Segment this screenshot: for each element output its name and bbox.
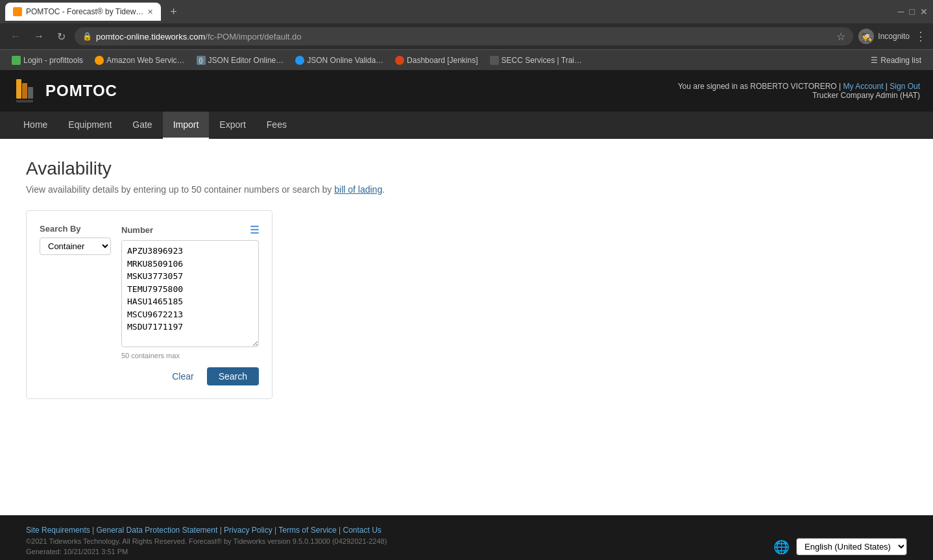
bookmark-secc-label: SECC Services | Trai… xyxy=(502,56,582,65)
contact-link[interactable]: Contact Us xyxy=(343,526,382,535)
page-subtitle: View availability details by entering up… xyxy=(26,184,907,195)
user-info-area: You are signed in as ROBERTO VICTORERO |… xyxy=(678,82,920,100)
footer-copyright: ©2021 Tideworks Technology. All Rights R… xyxy=(26,537,387,545)
bookmark-aws-icon xyxy=(95,56,104,65)
search-card: Search By Container Bill of Lading Numbe… xyxy=(26,210,273,399)
nav-import[interactable]: Import xyxy=(163,112,210,139)
my-account-link[interactable]: My Account xyxy=(843,82,883,91)
tab-favicon xyxy=(13,7,22,16)
footer-right: 🌐 English (United States) xyxy=(773,538,907,555)
nav-gate[interactable]: Gate xyxy=(122,112,162,139)
site-navigation: Home Equipment Gate Import Export Fees xyxy=(0,112,933,139)
tos-link[interactable]: Terms of Service xyxy=(278,526,336,535)
bookmark-jenkins-label: Dashboard [Jenkins] xyxy=(407,56,478,65)
incognito-icon: 🕵 xyxy=(858,29,874,44)
search-button[interactable]: Search xyxy=(207,367,259,385)
svg-rect-1 xyxy=(22,83,27,99)
browser-bookmarks-bar: Login - profittools Amazon Web Servic… {… xyxy=(0,49,933,70)
footer-generated: Generated: 10/21/2021 3:51 PM xyxy=(26,548,387,555)
reading-list-button[interactable]: ☰ Reading list xyxy=(866,55,927,66)
browser-titlebar: POMTOC - Forecast® by Tidew… ✕ + ─ □ ✕ xyxy=(0,0,933,23)
forward-button[interactable]: → xyxy=(30,28,48,45)
bookmark-login-icon xyxy=(12,56,21,65)
nav-export[interactable]: Export xyxy=(209,112,256,139)
privacy-link[interactable]: Privacy Policy xyxy=(224,526,273,535)
browser-chrome: POMTOC - Forecast® by Tidew… ✕ + ─ □ ✕ ←… xyxy=(0,0,933,70)
bookmark-aws[interactable]: Amazon Web Servic… xyxy=(90,55,190,66)
tab-close-button[interactable]: ✕ xyxy=(147,8,153,16)
bookmark-json-editor-icon: {} xyxy=(197,56,206,65)
incognito-area: 🕵 Incognito xyxy=(858,29,910,44)
search-by-label: Search By xyxy=(40,224,111,234)
logo-area: POMTOC xyxy=(13,78,117,104)
tab-title: POMTOC - Forecast® by Tidew… xyxy=(26,7,143,16)
site-footer: Site Requirements | General Data Protect… xyxy=(0,515,933,560)
search-fields: Search By Container Bill of Lading Numbe… xyxy=(40,224,259,359)
reading-list-label: Reading list xyxy=(880,56,921,65)
bookmark-aws-label: Amazon Web Servic… xyxy=(106,56,185,65)
bookmark-secc[interactable]: SECC Services | Trai… xyxy=(485,55,587,66)
reload-button[interactable]: ↻ xyxy=(53,28,69,45)
bookmark-login[interactable]: Login - profittools xyxy=(6,55,88,66)
signed-in-text: You are signed in as ROBERTO VICTORERO |… xyxy=(678,82,920,91)
bookmark-json-editor-label: JSON Editor Online… xyxy=(208,56,284,65)
bookmark-jenkins-icon xyxy=(395,56,404,65)
lock-icon: 🔒 xyxy=(82,32,92,41)
site-header: POMTOC You are signed in as ROBERTO VICT… xyxy=(0,70,933,139)
language-select[interactable]: English (United States) xyxy=(796,538,907,555)
nav-equipment[interactable]: Equipment xyxy=(58,112,122,139)
site-logo-text: POMTOC xyxy=(45,82,117,100)
page-title: Availability xyxy=(26,158,907,179)
close-button[interactable]: ✕ xyxy=(920,6,928,17)
site-top-bar: POMTOC You are signed in as ROBERTO VICT… xyxy=(0,70,933,112)
incognito-label: Incognito xyxy=(878,32,910,41)
number-label: Number ☰ xyxy=(121,224,259,236)
nav-fees[interactable]: Fees xyxy=(256,112,297,139)
bookmark-json-valid[interactable]: JSON Online Valida… xyxy=(290,55,389,66)
footer-links: Site Requirements | General Data Protect… xyxy=(26,526,387,535)
pomtoc-logo-icon xyxy=(13,78,39,104)
nav-home[interactable]: Home xyxy=(13,112,58,139)
back-button[interactable]: ← xyxy=(6,28,25,45)
svg-rect-2 xyxy=(28,87,33,99)
bookmark-json-valid-label: JSON Online Valida… xyxy=(307,56,383,65)
bookmark-star-icon[interactable]: ☆ xyxy=(836,30,845,43)
minimize-button[interactable]: ─ xyxy=(898,6,904,17)
bookmark-json-editor[interactable]: {} JSON Editor Online… xyxy=(191,55,289,66)
bookmark-login-label: Login - profittools xyxy=(23,56,83,65)
browser-addressbar: ← → ↻ 🔒 pomtoc-online.tideworks.com/fc-P… xyxy=(0,23,933,49)
sign-out-link[interactable]: Sign Out xyxy=(890,82,920,91)
reading-list-icon: ☰ xyxy=(871,56,878,65)
address-text: pomtoc-online.tideworks.com/fc-POM/impor… xyxy=(96,32,301,42)
form-buttons: Clear Search xyxy=(40,367,259,385)
search-by-column: Search By Container Bill of Lading xyxy=(40,224,111,359)
browser-tab[interactable]: POMTOC - Forecast® by Tidew… ✕ xyxy=(5,3,161,21)
svg-rect-3 xyxy=(16,100,33,103)
max-containers-label: 50 containers max xyxy=(121,352,259,359)
main-content: Availability View availability details b… xyxy=(0,139,933,463)
user-role-text: Trucker Company Admin (HAT) xyxy=(678,91,920,100)
container-number-textarea[interactable]: APZU3896923 MRKU8509106 MSKU3773057 TEMU… xyxy=(121,240,259,347)
globe-icon: 🌐 xyxy=(773,539,790,555)
bookmark-secc-icon xyxy=(490,56,499,65)
site-requirements-link[interactable]: Site Requirements xyxy=(26,526,90,535)
bill-of-lading-link[interactable]: bill of lading xyxy=(334,184,382,195)
footer-left: Site Requirements | General Data Protect… xyxy=(26,526,387,555)
maximize-button[interactable]: □ xyxy=(910,6,915,17)
search-by-select[interactable]: Container Bill of Lading xyxy=(40,237,111,255)
new-tab-button[interactable]: + xyxy=(166,5,181,19)
svg-rect-0 xyxy=(16,79,21,99)
bookmark-json-valid-icon xyxy=(295,56,304,65)
list-icon[interactable]: ☰ xyxy=(250,224,259,236)
browser-menu-button[interactable]: ⋮ xyxy=(915,29,927,43)
bookmark-jenkins[interactable]: Dashboard [Jenkins] xyxy=(390,55,483,66)
clear-button[interactable]: Clear xyxy=(164,367,201,385)
gdps-link[interactable]: General Data Protection Statement xyxy=(97,526,218,535)
number-column: Number ☰ APZU3896923 MRKU8509106 MSKU377… xyxy=(121,224,259,359)
address-bar[interactable]: 🔒 pomtoc-online.tideworks.com/fc-POM/imp… xyxy=(75,27,853,45)
